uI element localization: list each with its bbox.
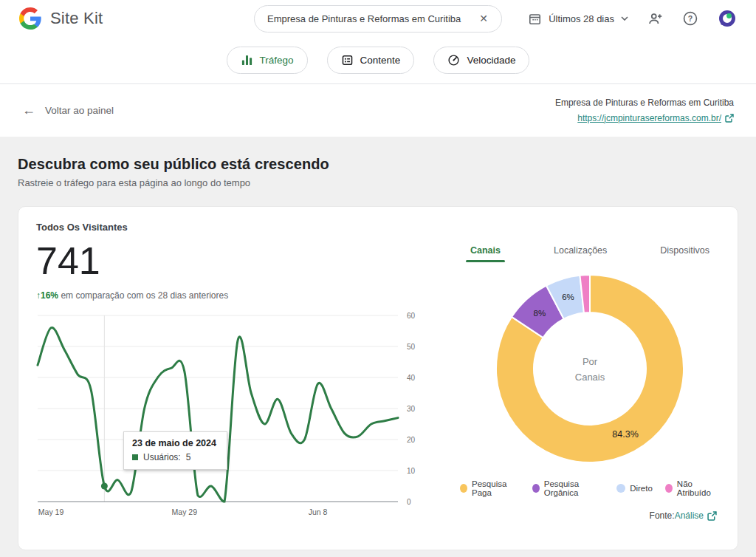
page-title: Descubra como seu público está crescendo [18, 156, 738, 173]
legend-item: Pesquisa Paga [460, 479, 520, 497]
svg-text:40: 40 [407, 374, 416, 382]
svg-text:60: 60 [407, 312, 416, 320]
tab-dispositivos[interactable]: Dispositivos [660, 245, 709, 262]
tooltip-series-swatch [132, 454, 138, 460]
metric-label: Todos Os Visitantes [36, 222, 435, 233]
account-avatar[interactable] [718, 9, 737, 28]
tab-trafego-label: Tráfego [260, 55, 294, 66]
tab-localizacoes[interactable]: Localizações [554, 245, 607, 262]
svg-text:6%: 6% [562, 293, 574, 301]
tab-velocidade[interactable]: Velocidade [433, 47, 529, 74]
tooltip-series-label: Usuários: [143, 452, 181, 462]
svg-text:May 29: May 29 [172, 508, 198, 516]
tab-velocidade-label: Velocidade [467, 55, 515, 66]
chevron-down-icon [621, 16, 628, 21]
line-chart[interactable]: 0102030405060May 19May 29Jun 8 [36, 311, 427, 518]
page-subtitle: Rastreie o tráfego para esta página ao l… [18, 177, 738, 188]
sub-header: ← Voltar ao painel Empresa de Pinturas e… [0, 84, 756, 137]
brand: Site Kit [19, 7, 254, 30]
entity-search-value: Empresa de Pinturas e Reformas em Curiti… [267, 13, 469, 24]
svg-text:?: ? [688, 14, 693, 23]
metric-change: ↑16% em comparação com os 28 dias anteri… [36, 290, 435, 301]
header-controls: Últimos 28 dias ? [502, 9, 737, 28]
breakdown-panel: Canais Localizações Dispositivos 84.3%8%… [460, 222, 720, 535]
metric-value: 741 [36, 239, 435, 283]
legend-dot-direto [616, 484, 625, 493]
legend-item: Pesquisa Orgânica [532, 479, 604, 497]
source-row: Fonte:Análise [460, 510, 720, 521]
change-percent: 16% [41, 290, 58, 301]
line-chart-area[interactable]: 0102030405060May 19May 29Jun 8 23 de mai… [36, 311, 435, 521]
channels-legend: Pesquisa Paga Pesquisa Orgânica Direto N… [460, 479, 720, 497]
legend-label: Pesquisa Orgânica [544, 479, 604, 497]
legend-dot-pesquisa-organica [532, 484, 540, 493]
help-icon: ? [682, 10, 698, 27]
legend-item: Não Atribuído [665, 479, 720, 497]
svg-text:10: 10 [407, 467, 416, 475]
tab-trafego[interactable]: Tráfego [227, 47, 308, 74]
breakdown-tabs: Canais Localizações Dispositivos [460, 245, 720, 262]
tab-contente[interactable]: Contente [327, 47, 415, 74]
external-link-icon [707, 511, 717, 521]
person-add-icon [647, 11, 663, 27]
svg-text:8%: 8% [534, 309, 546, 318]
svg-text:Jun 8: Jun 8 [309, 508, 328, 516]
source-link-text: Análise [675, 510, 704, 521]
main-content: Descubra como seu público está crescendo… [0, 137, 756, 557]
list-alt-icon [341, 54, 354, 66]
legend-label: Direto [630, 484, 653, 493]
speedometer-icon [447, 54, 460, 66]
site-info: Empresa de Pinturas e Reformas em Curiti… [555, 98, 734, 124]
tooltip-series-value: 5 [186, 452, 191, 462]
visitors-panel: Todos Os Visitantes 741 ↑16% em comparaç… [36, 222, 435, 535]
svg-text:50: 50 [407, 343, 416, 351]
back-to-dashboard-link[interactable]: ← Voltar ao painel [22, 103, 114, 118]
context-tabs: Tráfego Contente [0, 37, 756, 84]
external-link-icon [725, 114, 734, 123]
legend-item: Direto [616, 479, 653, 497]
svg-text:84.3%: 84.3% [612, 429, 638, 440]
site-kit-app: Site Kit Empresa de Pinturas e Reformas … [0, 0, 756, 557]
top-bar: Site Kit Empresa de Pinturas e Reformas … [0, 0, 756, 37]
legend-dot-nao-atribuido [665, 484, 673, 493]
change-text: em comparação com os 28 dias anteriores [61, 290, 228, 301]
chart-tooltip: 23 de maio de 2024 Usuários: 5 [123, 431, 227, 470]
audience-growth-card: Todos Os Visitantes 741 ↑16% em comparaç… [18, 206, 738, 550]
donut-chart-area[interactable]: 84.3%8%6% Por Canais [494, 273, 686, 468]
close-icon[interactable]: ✕ [475, 11, 492, 26]
legend-label: Pesquisa Paga [472, 479, 520, 497]
date-range-label: Últimos 28 dias [549, 13, 614, 24]
svg-text:0: 0 [407, 498, 411, 506]
help-button[interactable]: ? [682, 10, 698, 27]
entity-search-input[interactable]: Empresa de Pinturas e Reformas em Curiti… [254, 5, 502, 33]
google-logo-icon [19, 7, 41, 30]
back-arrow-icon: ← [22, 103, 35, 118]
avatar-icon [718, 9, 737, 28]
tab-contente-label: Contente [360, 55, 401, 66]
back-label: Voltar ao painel [45, 105, 114, 116]
share-user-button[interactable] [647, 11, 663, 27]
donut-chart[interactable]: 84.3%8%6% [494, 273, 686, 465]
site-url-text: https://jcmpinturasereformas.com.br/ [577, 113, 721, 123]
date-range-selector[interactable]: Últimos 28 dias [528, 12, 628, 26]
app-title: Site Kit [50, 9, 103, 28]
legend-label: Não Atribuído [677, 479, 720, 497]
site-name: Empresa de Pinturas e Reformas em Curiti… [555, 98, 734, 108]
bar-chart-icon [241, 54, 253, 66]
svg-text:May 19: May 19 [38, 508, 64, 516]
legend-dot-pesquisa-paga [460, 484, 467, 493]
svg-text:30: 30 [407, 405, 416, 413]
source-analytics-link[interactable]: Análise [675, 510, 717, 521]
calendar-icon [528, 12, 542, 26]
tab-canais[interactable]: Canais [470, 245, 501, 262]
svg-text:20: 20 [407, 436, 416, 444]
tooltip-date: 23 de maio de 2024 [132, 438, 216, 448]
site-url-link[interactable]: https://jcmpinturasereformas.com.br/ [577, 113, 734, 123]
source-label: Fonte: [650, 510, 675, 521]
